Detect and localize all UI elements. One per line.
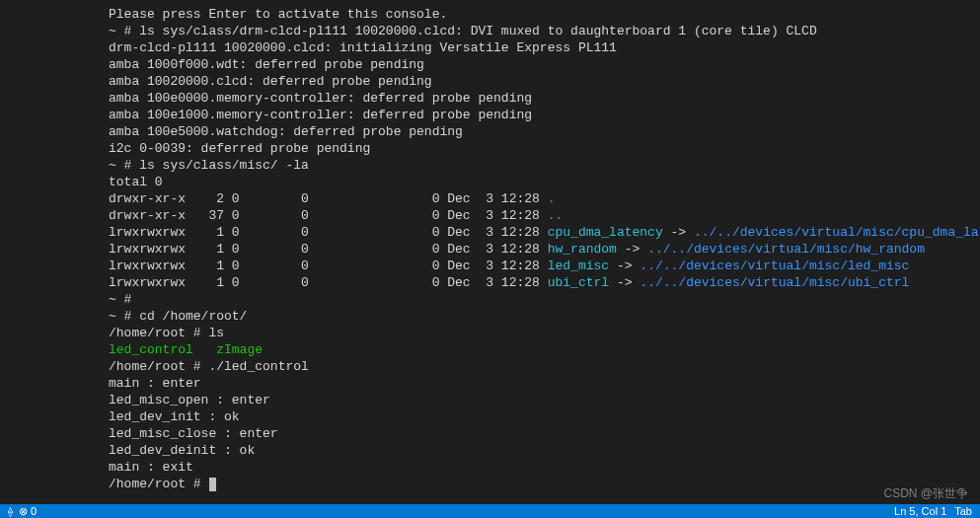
status-problems[interactable]: ⊗ 0	[19, 505, 37, 518]
terminal-text: lrwxrwxrwx 1 0 0 0 Dec 3 12:28	[109, 275, 548, 290]
cursor-position[interactable]: Ln 5, Col 1	[894, 505, 946, 517]
terminal-text: /home/root # ./led_control	[109, 359, 309, 374]
terminal-line: led_dev_deinit : ok	[109, 442, 980, 459]
terminal-line: lrwxrwxrwx 1 0 0 0 Dec 3 12:28 cpu_dma_l…	[109, 224, 980, 241]
remote-icon[interactable]: ⟠	[8, 506, 13, 517]
terminal-line: ~ # cd /home/root/	[109, 308, 980, 325]
terminal-text: ../../devices/virtual/misc/led_misc	[640, 259, 909, 273]
terminal-text: ~ # cd /home/root/	[109, 309, 247, 324]
terminal-line: lrwxrwxrwx 1 0 0 0 Dec 3 12:28 hw_random…	[109, 241, 980, 258]
terminal-text: led_misc	[548, 259, 609, 273]
terminal-text: ->	[609, 259, 640, 273]
terminal-text: led_dev_init : ok	[109, 409, 240, 424]
terminal-line: /home/root # ls	[109, 325, 980, 341]
terminal-line: amba 10020000.clcd: deferred probe pendi…	[109, 73, 980, 90]
terminal-text: ->	[663, 225, 694, 240]
terminal-text: ..	[548, 208, 564, 223]
status-bar: ⟠ ⊗ 0 Ln 5, Col 1 Tab	[0, 504, 980, 518]
terminal-line: drwxr-xr-x 37 0 0 0 Dec 3 12:28 ..	[109, 207, 980, 224]
terminal-line: led_misc_open : enter	[109, 392, 980, 408]
terminal-text: drwxr-xr-x 37 0 0 0 Dec 3 12:28	[109, 208, 548, 223]
terminal-text: lrwxrwxrwx 1 0 0 0 Dec 3 12:28	[109, 259, 548, 273]
terminal-text: cpu_dma_latency	[548, 225, 663, 240]
indent-mode[interactable]: Tab	[954, 505, 972, 517]
terminal-line: main : exit	[109, 459, 980, 476]
terminal-text: led_misc_close : enter	[109, 426, 278, 441]
terminal-text: led_dev_deinit : ok	[109, 443, 255, 458]
terminal-text: lrwxrwxrwx 1 0 0 0 Dec 3 12:28	[109, 225, 548, 240]
terminal-text: amba 10020000.clcd: deferred probe pendi…	[109, 74, 432, 89]
terminal-line: drwxr-xr-x 2 0 0 0 Dec 3 12:28 .	[109, 190, 980, 207]
terminal-line: led_dev_init : ok	[109, 408, 980, 425]
terminal-text: drm-clcd-pl111 10020000.clcd: initializi…	[109, 40, 617, 55]
terminal-output[interactable]: Please press Enter to activate this cons…	[0, 0, 980, 492]
terminal-text: drwxr-xr-x 2 0 0 0 Dec 3 12:28	[109, 191, 548, 206]
terminal-text: main : exit	[109, 460, 193, 475]
terminal-line: led_misc_close : enter	[109, 425, 980, 442]
terminal-text: amba 100e0000.memory-controller: deferre…	[109, 91, 532, 106]
terminal-text: ->	[609, 275, 640, 290]
terminal-text: ~ # ls sys/class/drm-clcd-pl111 10020000…	[109, 24, 817, 38]
terminal-line: i2c 0-0039: deferred probe pending	[109, 140, 980, 157]
terminal-text: /home/root #	[109, 477, 208, 491]
terminal-text: .	[548, 191, 556, 206]
terminal-line: main : enter	[109, 375, 980, 392]
csdn-watermark: CSDN @张世争	[883, 485, 968, 502]
terminal-line: drm-clcd-pl111 10020000.clcd: initializi…	[109, 39, 980, 56]
terminal-text: total 0	[109, 175, 163, 189]
terminal-line: led_control zImage	[109, 341, 980, 358]
terminal-line: /home/root # ./led_control	[109, 358, 980, 375]
terminal-text: ../../devices/virtual/misc/cpu_dma_laten…	[694, 225, 980, 240]
terminal-text: ~ # ls sys/class/misc/ -la	[109, 158, 309, 173]
terminal-text: zImage	[216, 342, 263, 357]
terminal-text: amba 100e5000.watchdog: deferred probe p…	[109, 124, 463, 139]
terminal-text: amba 100e1000.memory-controller: deferre…	[109, 108, 532, 122]
terminal-text	[193, 342, 216, 357]
terminal-cursor	[209, 478, 216, 491]
terminal-text: ../../devices/virtual/misc/ubi_ctrl	[640, 275, 909, 290]
terminal-text: i2c 0-0039: deferred probe pending	[109, 141, 370, 156]
terminal-line: total 0	[109, 174, 980, 190]
terminal-text: led_misc_open : enter	[109, 393, 270, 407]
terminal-text: led_control	[109, 342, 193, 357]
terminal-line: amba 1000f000.wdt: deferred probe pendin…	[109, 56, 980, 73]
terminal-line: amba 100e1000.memory-controller: deferre…	[109, 107, 980, 123]
terminal-text: ~ #	[109, 292, 131, 307]
terminal-text: Please press Enter to activate this cons…	[109, 7, 447, 22]
terminal-text: hw_random	[548, 242, 617, 257]
terminal-line: ~ # ls sys/class/misc/ -la	[109, 157, 980, 174]
terminal-text: ubi_ctrl	[548, 275, 609, 290]
terminal-line: amba 100e5000.watchdog: deferred probe p…	[109, 123, 980, 140]
terminal-line: amba 100e0000.memory-controller: deferre…	[109, 90, 980, 107]
terminal-text: amba 1000f000.wdt: deferred probe pendin…	[109, 57, 424, 72]
terminal-text: ../../devices/virtual/misc/hw_random	[647, 242, 925, 257]
terminal-line: Please press Enter to activate this cons…	[109, 6, 980, 23]
terminal-line: ~ #	[109, 291, 980, 308]
terminal-line: lrwxrwxrwx 1 0 0 0 Dec 3 12:28 ubi_ctrl …	[109, 274, 980, 291]
terminal-line: /home/root #	[109, 476, 980, 492]
terminal-line: ~ # ls sys/class/drm-clcd-pl111 10020000…	[109, 23, 980, 39]
terminal-text: lrwxrwxrwx 1 0 0 0 Dec 3 12:28	[109, 242, 548, 257]
terminal-text: ->	[617, 242, 647, 257]
terminal-text: main : enter	[109, 376, 201, 391]
terminal-line: lrwxrwxrwx 1 0 0 0 Dec 3 12:28 led_misc …	[109, 258, 980, 274]
terminal-text: /home/root # ls	[109, 326, 224, 340]
